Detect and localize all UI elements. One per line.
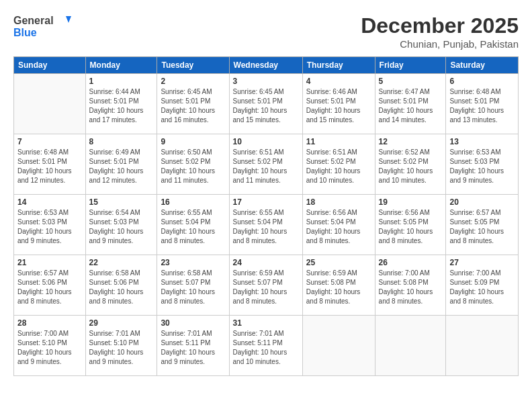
day-info: Sunrise: 7:00 AMSunset: 5:08 PMDaylight:… [379, 269, 443, 306]
col-monday: Monday [85, 57, 157, 74]
calendar-cell: 31Sunrise: 7:01 AMSunset: 5:11 PMDayligh… [229, 316, 302, 376]
day-info: Sunrise: 6:58 AMSunset: 5:07 PMDaylight:… [161, 269, 225, 306]
day-number: 9 [161, 137, 225, 146]
day-number: 25 [306, 258, 371, 267]
day-info: Sunrise: 6:48 AMSunset: 5:01 PMDaylight:… [449, 87, 515, 125]
day-info: Sunrise: 7:01 AMSunset: 5:10 PMDaylight:… [89, 329, 154, 367]
calendar-cell: 29Sunrise: 7:01 AMSunset: 5:10 PMDayligh… [85, 316, 157, 376]
day-info: Sunrise: 6:45 AMSunset: 5:01 PMDaylight:… [161, 87, 225, 125]
day-info: Sunrise: 6:55 AMSunset: 5:04 PMDaylight:… [161, 208, 225, 246]
day-number: 22 [89, 258, 154, 267]
day-info: Sunrise: 6:56 AMSunset: 5:05 PMDaylight:… [379, 208, 443, 246]
calendar-cell [446, 316, 519, 376]
day-number: 15 [89, 197, 154, 207]
calendar-cell: 11Sunrise: 6:51 AMSunset: 5:02 PMDayligh… [302, 134, 375, 195]
day-number: 24 [233, 258, 299, 267]
calendar-cell: 6Sunrise: 6:48 AMSunset: 5:01 PMDaylight… [446, 74, 519, 134]
calendar-week-0: 1Sunrise: 6:44 AMSunset: 5:01 PMDaylight… [14, 74, 519, 134]
calendar-week-4: 28Sunrise: 7:00 AMSunset: 5:10 PMDayligh… [14, 316, 519, 376]
svg-text:Blue: Blue [13, 27, 37, 38]
calendar-cell: 15Sunrise: 6:54 AMSunset: 5:03 PMDayligh… [85, 195, 157, 255]
col-thursday: Thursday [302, 57, 375, 74]
calendar-cell [375, 316, 446, 376]
day-info: Sunrise: 6:44 AMSunset: 5:01 PMDaylight:… [89, 87, 154, 125]
calendar-cell: 21Sunrise: 6:57 AMSunset: 5:06 PMDayligh… [14, 255, 86, 316]
svg-marker-1 [66, 16, 71, 23]
day-info: Sunrise: 7:01 AMSunset: 5:11 PMDaylight:… [161, 329, 225, 367]
day-info: Sunrise: 6:58 AMSunset: 5:06 PMDaylight:… [89, 269, 154, 306]
day-number: 19 [379, 197, 443, 207]
calendar-cell: 1Sunrise: 6:44 AMSunset: 5:01 PMDaylight… [85, 74, 157, 134]
day-info: Sunrise: 7:00 AMSunset: 5:10 PMDaylight:… [17, 329, 82, 367]
col-friday: Friday [375, 57, 446, 74]
calendar-cell: 7Sunrise: 6:48 AMSunset: 5:01 PMDaylight… [14, 134, 86, 195]
day-info: Sunrise: 6:56 AMSunset: 5:04 PMDaylight:… [306, 208, 371, 246]
day-number: 2 [161, 77, 225, 86]
calendar-cell: 2Sunrise: 6:45 AMSunset: 5:01 PMDaylight… [157, 74, 229, 134]
svg-text:General: General [13, 15, 54, 26]
day-number: 14 [17, 197, 82, 207]
col-sunday: Sunday [14, 57, 86, 74]
day-info: Sunrise: 6:51 AMSunset: 5:02 PMDaylight:… [233, 148, 299, 185]
day-number: 28 [17, 318, 82, 328]
day-info: Sunrise: 6:57 AMSunset: 5:06 PMDaylight:… [17, 269, 82, 306]
month-title: December 2025 [361, 13, 519, 38]
day-number: 17 [233, 197, 299, 207]
calendar-cell: 12Sunrise: 6:52 AMSunset: 5:02 PMDayligh… [375, 134, 446, 195]
calendar-cell [14, 74, 86, 134]
calendar-cell: 4Sunrise: 6:46 AMSunset: 5:01 PMDaylight… [302, 74, 375, 134]
day-number: 3 [233, 77, 299, 86]
day-info: Sunrise: 6:50 AMSunset: 5:02 PMDaylight:… [161, 148, 225, 185]
day-info: Sunrise: 6:53 AMSunset: 5:03 PMDaylight:… [449, 148, 515, 185]
title-block: December 2025 Chunian, Punjab, Pakistan [361, 13, 519, 50]
day-number: 11 [306, 137, 371, 146]
calendar-cell: 8Sunrise: 6:49 AMSunset: 5:01 PMDaylight… [85, 134, 157, 195]
calendar-cell: 18Sunrise: 6:56 AMSunset: 5:04 PMDayligh… [302, 195, 375, 255]
day-info: Sunrise: 6:59 AMSunset: 5:07 PMDaylight:… [233, 269, 299, 306]
day-info: Sunrise: 6:55 AMSunset: 5:04 PMDaylight:… [233, 208, 299, 246]
logo: General Blue [13, 13, 74, 39]
calendar-cell: 20Sunrise: 6:57 AMSunset: 5:05 PMDayligh… [446, 195, 519, 255]
day-info: Sunrise: 6:54 AMSunset: 5:03 PMDaylight:… [89, 208, 154, 246]
logo-svg: General Blue [13, 13, 74, 39]
calendar-week-1: 7Sunrise: 6:48 AMSunset: 5:01 PMDaylight… [14, 134, 519, 195]
calendar-cell: 24Sunrise: 6:59 AMSunset: 5:07 PMDayligh… [229, 255, 302, 316]
calendar-cell: 19Sunrise: 6:56 AMSunset: 5:05 PMDayligh… [375, 195, 446, 255]
day-number: 27 [449, 258, 515, 267]
calendar-cell [302, 316, 375, 376]
calendar-week-2: 14Sunrise: 6:53 AMSunset: 5:03 PMDayligh… [14, 195, 519, 255]
day-info: Sunrise: 6:48 AMSunset: 5:01 PMDaylight:… [17, 148, 82, 185]
calendar-table: Sunday Monday Tuesday Wednesday Thursday… [13, 56, 519, 376]
day-number: 12 [379, 137, 443, 146]
day-info: Sunrise: 6:52 AMSunset: 5:02 PMDaylight:… [379, 148, 443, 185]
day-info: Sunrise: 6:47 AMSunset: 5:01 PMDaylight:… [379, 87, 443, 125]
day-number: 23 [161, 258, 225, 267]
day-number: 7 [17, 137, 82, 146]
day-number: 18 [306, 197, 371, 207]
calendar-cell: 14Sunrise: 6:53 AMSunset: 5:03 PMDayligh… [14, 195, 86, 255]
day-info: Sunrise: 7:00 AMSunset: 5:09 PMDaylight:… [449, 269, 515, 306]
col-tuesday: Tuesday [157, 57, 229, 74]
day-number: 31 [233, 318, 299, 328]
location: Chunian, Punjab, Pakistan [361, 38, 519, 50]
day-number: 8 [89, 137, 154, 146]
day-number: 1 [89, 77, 154, 86]
day-number: 6 [449, 77, 515, 86]
day-number: 4 [306, 77, 371, 86]
calendar-cell: 5Sunrise: 6:47 AMSunset: 5:01 PMDaylight… [375, 74, 446, 134]
header: General Blue December 2025 Chunian, Punj… [13, 13, 519, 50]
day-number: 29 [89, 318, 154, 328]
day-number: 30 [161, 318, 225, 328]
day-info: Sunrise: 6:49 AMSunset: 5:01 PMDaylight:… [89, 148, 154, 185]
calendar-header-row: Sunday Monday Tuesday Wednesday Thursday… [14, 57, 519, 74]
calendar-cell: 22Sunrise: 6:58 AMSunset: 5:06 PMDayligh… [85, 255, 157, 316]
calendar-cell: 3Sunrise: 6:45 AMSunset: 5:01 PMDaylight… [229, 74, 302, 134]
day-number: 16 [161, 197, 225, 207]
day-number: 10 [233, 137, 299, 146]
day-info: Sunrise: 7:01 AMSunset: 5:11 PMDaylight:… [233, 329, 299, 367]
calendar-week-3: 21Sunrise: 6:57 AMSunset: 5:06 PMDayligh… [14, 255, 519, 316]
calendar-cell: 23Sunrise: 6:58 AMSunset: 5:07 PMDayligh… [157, 255, 229, 316]
day-number: 5 [379, 77, 443, 86]
page: General Blue December 2025 Chunian, Punj… [0, 0, 532, 411]
day-number: 20 [449, 197, 515, 207]
